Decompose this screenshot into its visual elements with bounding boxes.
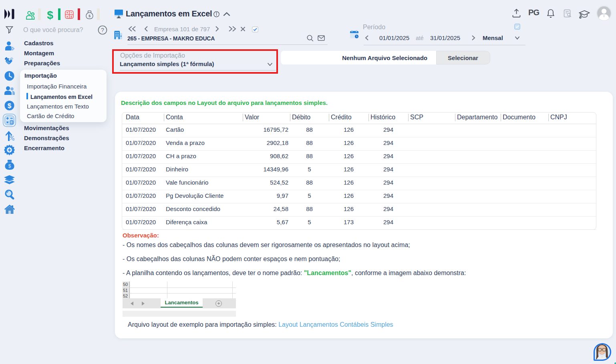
svg-text:$: $ xyxy=(8,163,11,169)
svg-text:?: ? xyxy=(101,27,104,33)
svg-text:$: $ xyxy=(8,102,12,110)
svg-text:$: $ xyxy=(89,14,91,18)
